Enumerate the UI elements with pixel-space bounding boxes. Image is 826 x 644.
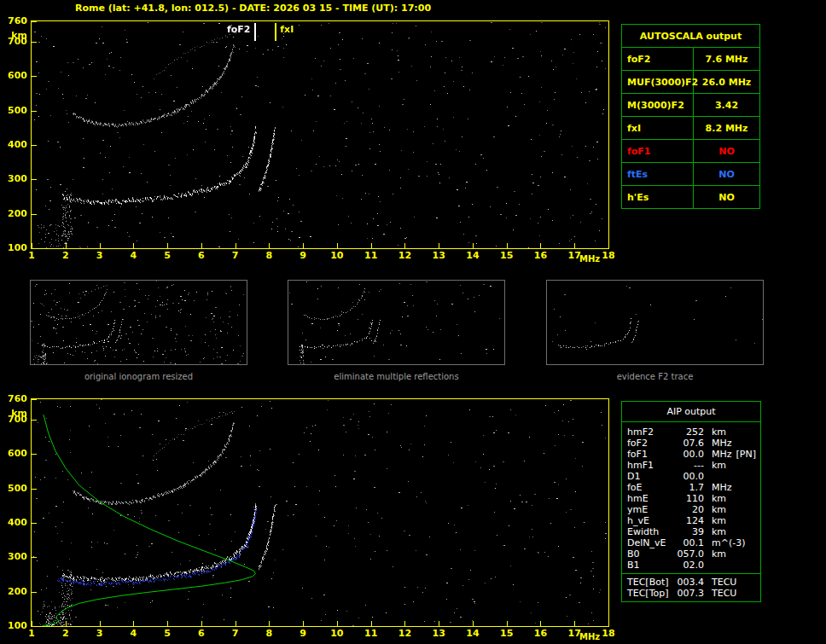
aip-row-value: 124	[675, 515, 704, 526]
ionogram-canvas-top	[32, 21, 608, 248]
aip-table-row: Ewidth39km	[622, 526, 760, 537]
marker-label-fxi: fxI	[280, 25, 294, 35]
x-tick-label: 10	[326, 629, 348, 639]
aip-tec-value: 007.3	[675, 588, 704, 599]
autoscala-table-row: foF27.6 MHz	[622, 47, 759, 70]
autoscala-row-value: 3.42	[694, 94, 759, 116]
aip-row-unit: km	[704, 504, 726, 515]
y-axis-unit-label: km	[0, 30, 27, 41]
x-tick-label: 7	[224, 629, 247, 639]
y-tick-label: 600	[0, 448, 27, 459]
x-axis-unit-label: MHz	[579, 632, 601, 642]
aip-tec-label: TEC[Bot]	[622, 577, 675, 588]
aip-table-title: AIP output	[622, 402, 760, 422]
x-tick-label: 14	[462, 629, 484, 639]
ionogram-plot-top: 760700600500400300200100km12345678910111…	[31, 20, 609, 249]
aip-row-unit: km	[704, 460, 726, 471]
x-tick-label: 12	[393, 629, 416, 639]
marker-line-fof2	[254, 23, 256, 41]
aip-row-unit: km	[704, 515, 726, 526]
aip-row-label: hmF1	[622, 460, 675, 471]
y-tick-label: 500	[0, 105, 27, 116]
y-tick-label: 400	[0, 517, 27, 528]
x-axis-unit-label: MHz	[579, 254, 601, 264]
aip-row-label: B0	[622, 548, 675, 560]
aip-row-unit: km	[704, 548, 726, 560]
aip-row-value: 00.0	[675, 449, 704, 460]
aip-output-table: AIP output hmF2252kmfoF207.6MHzfoF100.0M…	[621, 401, 761, 602]
aip-table-row: B0057.0km	[622, 548, 760, 560]
aip-row-note: [PN]	[732, 449, 760, 460]
x-tick-label: 13	[428, 629, 450, 639]
y-tick-label: 200	[0, 586, 27, 597]
thumbnail-caption-f2-trace: evidence F2 trace	[546, 372, 764, 381]
aip-row-label: foE	[622, 482, 675, 493]
aip-row-unit: MHz	[704, 449, 732, 460]
autoscala-row-label: MUF(3000)F2	[622, 71, 694, 93]
x-tick-label: 11	[360, 251, 382, 261]
aip-row-value: 057.0	[675, 548, 704, 560]
aip-row-label: ymE	[622, 504, 675, 515]
autoscala-row-label: fxI	[622, 117, 694, 139]
x-tick-label: 1	[20, 251, 43, 261]
thumbnail-canvas-filtered	[288, 281, 504, 364]
aip-row-unit: km	[704, 526, 726, 537]
y-tick-label: 500	[0, 483, 27, 494]
marker-line-fxi	[275, 23, 276, 41]
x-tick-label: 15	[496, 629, 518, 639]
aip-row-value: ---	[675, 460, 704, 471]
aip-table-row: hmE110km	[622, 493, 760, 504]
y-tick-label: 200	[0, 208, 27, 219]
aip-row-unit: km	[704, 493, 726, 504]
x-tick-label: 16	[529, 251, 551, 261]
thumbnail-original-ionogram	[30, 280, 247, 365]
x-tick-label: 9	[292, 629, 314, 639]
aip-row-label: foF1	[622, 449, 675, 460]
autoscala-row-value: NO	[694, 140, 759, 162]
aip-table-row: B102.0	[622, 560, 760, 571]
x-tick-label: 14	[462, 251, 484, 261]
autoscala-table-body: foF27.6 MHzMUF(3000)F226.0 MHzM(3000)F23…	[622, 47, 759, 208]
thumbnail-caption-original: original ionogram resized	[30, 372, 247, 381]
aip-tec-unit: TECU	[704, 577, 736, 588]
aip-row-label: DelN_vE	[622, 537, 675, 548]
thumbnail-caption-filtered: eliminate multiple reflections	[288, 372, 505, 381]
aip-row-label: D1	[622, 471, 675, 482]
ionogram-canvas-bottom	[32, 399, 608, 626]
y-tick-label: 760	[0, 393, 27, 404]
autoscala-row-value: NO	[694, 186, 759, 208]
autoscala-row-label: M(3000)F2	[622, 94, 694, 116]
x-tick-label: 8	[258, 251, 280, 261]
aip-row-value: 00.1	[675, 537, 704, 548]
aip-table-row: hmF1---km	[622, 460, 760, 471]
ionogram-plot-bottom: 760700600500400300200100km12345678910111…	[31, 398, 609, 627]
aip-row-label: hmE	[622, 493, 675, 504]
x-tick-label: 4	[122, 629, 144, 639]
autoscala-row-value: NO	[694, 163, 759, 185]
aip-tec-value: 003.4	[675, 577, 704, 588]
aip-row-label: Ewidth	[622, 526, 675, 537]
x-tick-label: 10	[326, 251, 348, 261]
station-datetime-title: Rome (lat: +41.8, lon: 012.5) - DATE: 20…	[75, 3, 431, 14]
autoscala-table-row: fxI8.2 MHz	[622, 116, 759, 139]
aip-table-row: foE1.7MHz	[622, 482, 760, 493]
aip-row-unit: km	[704, 426, 726, 438]
x-tick-label: 16	[529, 629, 551, 639]
thumbnail-multiple-reflections-removed	[288, 280, 505, 365]
y-tick-label: 400	[0, 139, 27, 150]
aip-row-value: 07.6	[675, 438, 704, 449]
autoscala-table-title: AUTOSCALA output	[622, 25, 759, 47]
thumbnail-canvas-f2-trace	[547, 281, 763, 364]
aip-tec-label: TEC[Top]	[622, 588, 675, 599]
aip-table-row: h_vE124km	[622, 515, 760, 526]
autoscala-app-window: Rome (lat: +41.8, lon: 012.5) - DATE: 20…	[0, 0, 826, 644]
aip-table-body: hmF2252kmfoF207.6MHzfoF100.0MHz[PN]hmF1-…	[622, 422, 760, 573]
y-tick-label: 300	[0, 173, 27, 184]
aip-row-unit: m^(-3)	[704, 537, 745, 548]
x-tick-label: 4	[122, 251, 144, 261]
marker-label-fof2: foF2	[214, 25, 250, 35]
autoscala-table-row: M(3000)F23.42	[622, 93, 759, 116]
x-tick-label: 11	[360, 629, 382, 639]
autoscala-row-value: 8.2 MHz	[694, 117, 759, 139]
autoscala-table-row: ftEsNO	[622, 162, 759, 185]
